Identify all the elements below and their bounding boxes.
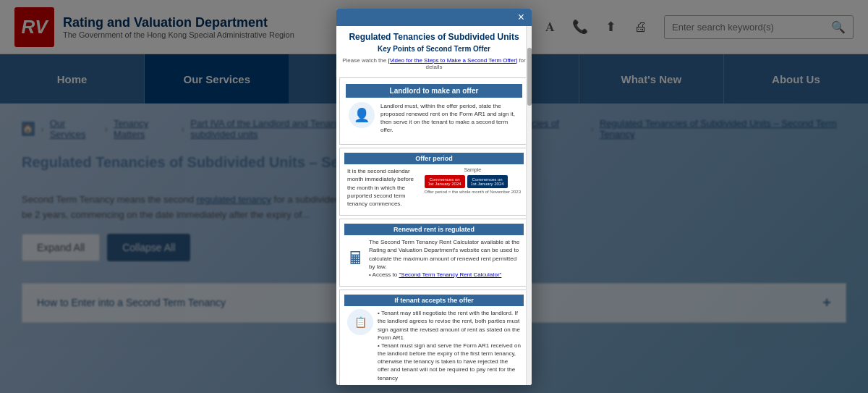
modal: × Regulated Tenancies of Subdivided Unit… xyxy=(336,103,532,385)
offer-period-text: It is the second calendar month immediat… xyxy=(347,167,420,208)
tenant-icon: 📋 xyxy=(347,309,373,335)
calculator-icon: 🖩 xyxy=(347,248,365,269)
offer-period-body: It is the second calendar month immediat… xyxy=(344,164,524,211)
landlord-offer-text: Landlord must, within the offer period, … xyxy=(380,103,519,134)
content-area: 🏠 › Our Services › Tenancy Matters › Par… xyxy=(0,103,868,393)
calendar-blocks: Commences on1st January 2024 Commences o… xyxy=(425,175,521,188)
renewed-rent-header: Renewed rent is regulated xyxy=(344,224,524,235)
offer-period-header: Offer period xyxy=(344,153,524,164)
section-landlord-offer: Landlord to make an offer 👤 Landlord mus… xyxy=(339,103,529,145)
tenant-accepts-header: If tenant accepts the offer xyxy=(344,295,524,306)
renewed-rent-text: The Second Term Tenancy Rent Calculator … xyxy=(369,238,521,279)
calendar-block-2: Commences on1st January 2024 xyxy=(467,175,508,188)
section-tenant-accepts: If tenant accepts the offer 📋 • Tenant m… xyxy=(339,290,529,384)
modal-overlay: × Regulated Tenancies of Subdivided Unit… xyxy=(0,103,868,393)
tenant-accepts-text: • Tenant may still negotiate the rent wi… xyxy=(378,309,521,382)
landlord-icon: 👤 xyxy=(349,103,375,128)
calendar-block-1: Commences on1st January 2024 xyxy=(425,175,465,188)
scrollbar-track xyxy=(526,103,532,385)
offer-calendars: Sample Commences on1st January 2024 Comm… xyxy=(425,167,521,194)
scrollbar-thumb xyxy=(527,103,532,106)
section-offer-period: Offer period It is the second calendar m… xyxy=(339,148,529,216)
renewed-rent-body: 🖩 The Second Term Tenancy Rent Calculato… xyxy=(344,235,524,282)
section-renewed-rent: Renewed rent is regulated 🖩 The Second T… xyxy=(339,219,529,287)
modal-body[interactable]: Regulated Tenancies of Subdivided Units … xyxy=(336,103,532,385)
section-landlord-offer-body: 👤 Landlord must, within the offer period… xyxy=(346,103,522,138)
tenant-accepts-body: 📋 • Tenant may still negotiate the rent … xyxy=(344,306,524,384)
